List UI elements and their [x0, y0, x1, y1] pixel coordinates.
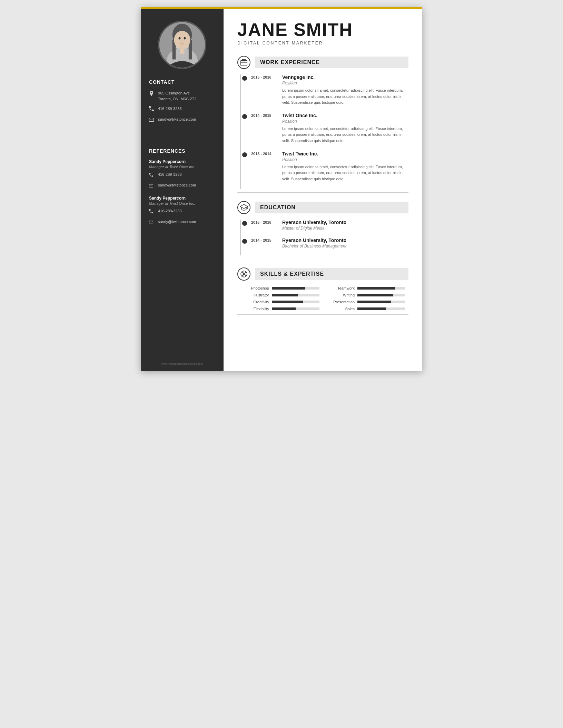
- skills-section-title: Skills & Expertise: [255, 268, 408, 280]
- work-body-3: Twist Twice Inc. Position Lorem ipsum do…: [282, 151, 408, 182]
- education-timeline: 2015 - 2016 Ryerson University, Toronto …: [237, 220, 408, 255]
- sidebar: Contact 965 Ossington AveToronto, ON. M6…: [141, 7, 224, 371]
- timeline-dot: [242, 114, 247, 119]
- skill-item: Presentation: [330, 300, 405, 304]
- skills-section-header: Skills & Expertise: [237, 267, 408, 281]
- skill-item: Flexibility: [244, 307, 319, 311]
- ref-2-phone-text: 416-289-3233: [158, 208, 182, 214]
- skill-label: Creativity: [244, 300, 269, 304]
- work-desc-2: Lorem ipsum dolor sit amet, consectetur …: [282, 126, 408, 144]
- edu-item-1: 2015 - 2016 Ryerson University, Toronto …: [244, 220, 408, 231]
- work-date-3: 2013 - 2014: [251, 151, 282, 182]
- phone-icon: [149, 106, 155, 112]
- skill-bar-fill: [357, 287, 395, 290]
- svg-point-7: [179, 37, 181, 40]
- work-item-1: 2015 - 2016 Venngage Inc. Position Lorem…: [244, 74, 408, 106]
- work-section-title: Work Experience: [255, 57, 408, 68]
- skill-bar-fill: [272, 307, 296, 310]
- references-title: References: [149, 148, 215, 154]
- skill-bar-fill: [272, 294, 298, 296]
- email-text: sandy@twistonce.com: [158, 117, 196, 122]
- edu-body-1: Ryerson University, Toronto Master of Di…: [282, 220, 408, 231]
- skill-label: Sales: [330, 307, 355, 311]
- timeline-dot: [242, 221, 247, 226]
- ref-1-email: sandy@twistonce.com: [149, 182, 215, 189]
- skill-bar-bg: [357, 301, 405, 303]
- skill-bar-fill: [357, 294, 393, 296]
- ref-2-email-text: sandy@twistonce.com: [158, 219, 196, 225]
- work-date-1: 2015 - 2016: [251, 74, 282, 106]
- edu-institution-2: Ryerson University, Toronto: [282, 237, 408, 243]
- skill-bar-bg: [357, 307, 405, 310]
- email-icon: [149, 183, 155, 189]
- resume-container: Contact 965 Ossington AveToronto, ON. M6…: [141, 7, 422, 371]
- edu-date-1: 2015 - 2016: [251, 220, 282, 231]
- skill-item: Photoshop: [244, 286, 319, 290]
- graduation-icon: [237, 201, 250, 214]
- skill-label: Flexibility: [244, 307, 269, 311]
- skills-section: Skills & Expertise Photoshop Teamwork Il…: [237, 267, 408, 315]
- phone-text: 416-289-3233: [158, 106, 182, 112]
- work-body-1: Venngage Inc. Position Lorem ipsum dolor…: [282, 74, 408, 106]
- sidebar-divider-1: [149, 141, 215, 141]
- edu-degree-2: Bachelor of Business Management: [282, 244, 408, 249]
- education-section-title: Education: [255, 202, 408, 213]
- skill-bar-fill: [357, 301, 391, 303]
- skill-item: Illustrator: [244, 293, 319, 297]
- location-icon: [149, 91, 155, 98]
- work-section-header: Work Experience: [237, 56, 408, 69]
- timeline-dot: [242, 76, 247, 81]
- skill-bar-bg: [357, 287, 405, 290]
- email-icon: [149, 219, 155, 225]
- contact-title: Contact: [149, 79, 215, 85]
- skill-bar-bg: [357, 294, 405, 296]
- work-company-1: Venngage Inc.: [282, 74, 408, 80]
- skill-bar-bg: [272, 307, 319, 310]
- work-position-1: Position: [282, 81, 408, 85]
- skill-label: Photoshop: [244, 286, 269, 290]
- reference-2: Sandy Peppercorn Manager at Twist Once I…: [149, 196, 215, 225]
- education-section-header: Education: [237, 201, 408, 214]
- skill-item: Sales: [330, 307, 405, 311]
- work-company-2: Twist Once Inc.: [282, 113, 408, 118]
- skill-item: Teamwork: [330, 286, 405, 290]
- work-desc-1: Lorem ipsum dolor sit amet, consectetur …: [282, 88, 408, 106]
- footer-text: www.heritagechristiancollege.com: [153, 357, 211, 371]
- skill-bar-fill: [272, 287, 305, 290]
- skills-grid: Photoshop Teamwork Illustrator Writing: [237, 286, 408, 311]
- svg-point-8: [184, 37, 186, 40]
- section-divider: [237, 259, 408, 259]
- skill-label: Teamwork: [330, 286, 355, 290]
- briefcase-icon: [237, 56, 250, 69]
- svg-point-6: [174, 31, 190, 49]
- ref-2-name: Sandy Peppercorn: [149, 196, 215, 201]
- skill-item: Writing: [330, 293, 405, 297]
- ref-2-phone: 416-289-3233: [149, 208, 215, 215]
- section-divider: [237, 192, 408, 193]
- work-experience-section: Work Experience 2015 - 2016 Venngage Inc…: [237, 56, 408, 193]
- ref-1-phone-text: 416-289-3233: [158, 172, 182, 178]
- skill-item: Creativity: [244, 300, 319, 304]
- edu-institution-1: Ryerson University, Toronto: [282, 220, 408, 225]
- resume-header: Jane Smith Digital Content Marketer: [237, 21, 408, 56]
- ref-2-title: Manager at Twist Once Inc.: [149, 201, 215, 205]
- skill-label: Presentation: [330, 300, 355, 304]
- timeline-dot: [242, 239, 247, 244]
- work-date-2: 2014 - 2015: [251, 113, 282, 144]
- address-item: 965 Ossington AveToronto, ON. M6G 2T2: [149, 90, 215, 102]
- svg-rect-9: [180, 48, 184, 54]
- tools-icon: [237, 267, 250, 281]
- phone-icon: [149, 172, 155, 178]
- ref-1-title: Manager at Twist Once Inc.: [149, 165, 215, 169]
- reference-1: Sandy Peppercorn Manager at Twist Once I…: [149, 159, 215, 189]
- ref-1-name: Sandy Peppercorn: [149, 159, 215, 164]
- contact-section: Contact 965 Ossington AveToronto, ON. M6…: [141, 79, 224, 134]
- skill-bar-bg: [272, 287, 319, 290]
- work-item-2: 2014 - 2015 Twist Once Inc. Position Lor…: [244, 113, 408, 144]
- ref-1-phone: 416-289-3233: [149, 172, 215, 178]
- work-body-2: Twist Once Inc. Position Lorem ipsum dol…: [282, 113, 408, 144]
- svg-rect-11: [240, 61, 247, 65]
- address-text: 965 Ossington AveToronto, ON. M6G 2T2: [158, 90, 196, 102]
- applicant-title: Digital Content Marketer: [237, 41, 408, 46]
- skill-bar-fill: [272, 301, 303, 303]
